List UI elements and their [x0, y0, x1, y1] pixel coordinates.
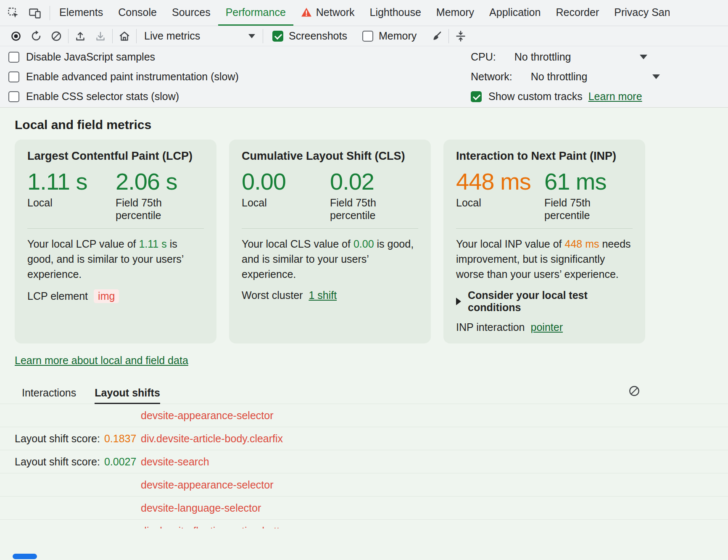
advanced-paint-row[interactable]: Enable advanced paint instrumentation (s…: [8, 67, 239, 87]
custom-tracks-row[interactable]: Show custom tracks Learn more: [471, 87, 728, 106]
css-selector-stats-checkbox[interactable]: [8, 91, 19, 102]
lcp-local-label: Local: [27, 197, 83, 209]
metrics-heading: Local and field metrics: [15, 118, 728, 132]
cls-worst-cluster-link[interactable]: 1 shift: [309, 289, 337, 301]
advanced-paint-checkbox[interactable]: [8, 71, 19, 82]
toolbar-separator: [112, 29, 113, 43]
shift-node-link[interactable]: devsite-appearance-selector: [141, 479, 273, 491]
tab-memory[interactable]: Memory: [429, 0, 482, 26]
custom-tracks-learn-more-link[interactable]: Learn more: [588, 90, 642, 103]
panel-mode-value: Live metrics: [144, 30, 200, 42]
performance-toolbar: Live metrics Screenshots Memory: [0, 26, 728, 46]
toolbar-separator: [263, 29, 263, 43]
tab-interactions[interactable]: Interactions: [22, 383, 76, 404]
home-live-metrics-icon[interactable]: [114, 27, 135, 45]
cls-card: Cumulative Layout Shift (CLS) 0.00 Local…: [229, 140, 431, 343]
shift-node-link[interactable]: div.devsite-floating-action-buttons: [141, 525, 297, 529]
disable-js-samples-label: Disable JavaScript samples: [26, 51, 155, 63]
tab-recorder[interactable]: Recorder: [548, 0, 607, 26]
tab-interactions-label: Interactions: [22, 387, 76, 399]
tab-elements[interactable]: Elements: [52, 0, 111, 26]
device-toolbar-icon[interactable]: [29, 7, 41, 19]
shift-score-label: Layout shift score:: [15, 433, 100, 445]
toolbar-separator: [68, 29, 69, 43]
card-divider: [456, 228, 633, 229]
tab-sources-label: Sources: [172, 6, 211, 18]
clear-button[interactable]: [46, 27, 66, 45]
layout-shift-row: devsite-appearance-selector: [0, 404, 728, 427]
inp-test-conditions-disclosure[interactable]: Consider your local test conditions: [456, 289, 633, 314]
settings-checkboxes: Disable JavaScript samples Enable advanc…: [8, 47, 239, 106]
custom-tracks-checkbox[interactable]: [471, 91, 482, 102]
shift-node-link[interactable]: devsite-language-selector: [141, 502, 261, 514]
shift-node-link[interactable]: devsite-appearance-selector: [141, 409, 273, 422]
css-selector-stats-row[interactable]: Enable CSS selector stats (slow): [8, 87, 239, 106]
lcp-element-node-link[interactable]: img: [94, 289, 119, 303]
layout-shift-row: devsite-language-selector: [0, 497, 728, 520]
lcp-field-value: 2.06 s: [116, 169, 204, 193]
horizontal-scrollbar-thumb[interactable]: [13, 554, 37, 559]
tab-privacy-sandbox-label: Privacy Sandbox: [614, 6, 670, 18]
screenshots-checkbox[interactable]: [272, 31, 283, 42]
inp-card: Interaction to Next Paint (INP) 448 ms L…: [443, 140, 645, 343]
network-throttling-value[interactable]: No throttling: [531, 71, 588, 83]
tab-performance[interactable]: Performance: [218, 0, 293, 26]
lcp-field-label: Field 75th percentile: [116, 197, 171, 222]
throttling-settings: CPU: No throttling Network: No throttlin…: [471, 47, 728, 106]
tab-layout-shifts-label: Layout shifts: [95, 387, 160, 399]
lcp-desc-prefix: Your local LCP value of: [27, 238, 139, 250]
shift-node-link[interactable]: div.devsite-article-body.clearfix: [141, 433, 283, 445]
settings-pane: Disable JavaScript samples Enable advanc…: [0, 46, 728, 108]
tab-lighthouse[interactable]: Lighthouse: [362, 0, 428, 26]
inp-interaction-label: INP interaction: [456, 321, 525, 333]
cls-desc-prefix: Your local CLS value of: [242, 238, 353, 250]
clear-log-icon[interactable]: [628, 385, 641, 397]
inspect-icon[interactable]: [8, 7, 19, 19]
reload-record-button[interactable]: [26, 27, 46, 45]
save-profile-icon[interactable]: [90, 27, 111, 45]
shift-node-link[interactable]: devsite-search: [141, 456, 209, 468]
chevron-down-icon: [640, 55, 647, 59]
cls-description: Your local CLS value of 0.00 is good, an…: [242, 236, 418, 282]
tab-network[interactable]: Network: [293, 0, 362, 26]
tabbar-separator: [50, 6, 50, 20]
cpu-throttling-row[interactable]: CPU: No throttling: [471, 47, 728, 67]
disclosure-triangle-icon: [456, 298, 461, 305]
lcp-element-row: LCP element img: [27, 289, 204, 303]
load-profile-icon[interactable]: [70, 27, 90, 45]
card-divider: [27, 228, 204, 229]
tabbar-icons: [8, 0, 48, 26]
memory-checkbox-row[interactable]: Memory: [362, 30, 417, 42]
warning-icon: [301, 7, 312, 17]
custom-tracks-label: Show custom tracks: [488, 90, 583, 103]
inp-card-title: Interaction to Next Paint (INP): [456, 150, 633, 163]
disable-js-samples-checkbox[interactable]: [8, 52, 19, 63]
field-data-learn-more-link[interactable]: Learn more about local and field data: [15, 354, 188, 367]
toolbar-separator: [448, 29, 449, 43]
logs-section: Interactions Layout shifts devsite-appea…: [0, 383, 728, 528]
network-label: Network:: [471, 71, 512, 83]
network-throttling-row[interactable]: Network: No throttling: [471, 67, 728, 87]
layout-shift-row: div.devsite-floating-action-buttons: [0, 520, 728, 528]
cls-local-label: Local: [242, 197, 297, 209]
lcp-description: Your local LCP value of 1.11 s is good, …: [27, 236, 204, 282]
tab-layout-shifts[interactable]: Layout shifts: [95, 383, 160, 404]
layout-shift-rows: devsite-appearance-selector Layout shift…: [0, 404, 728, 528]
inp-field-value: 61 ms: [544, 169, 633, 193]
cpu-throttling-value[interactable]: No throttling: [514, 51, 571, 63]
tab-privacy-sandbox[interactable]: Privacy Sandbox: [607, 0, 670, 26]
collapse-tracks-icon[interactable]: [451, 27, 471, 45]
tab-application[interactable]: Application: [482, 0, 548, 26]
garbage-collect-icon[interactable]: [427, 27, 447, 45]
inp-values: 448 ms Local 61 ms Field 75th percentile: [456, 169, 633, 222]
inp-desc-value: 448 ms: [565, 238, 599, 250]
record-button[interactable]: [6, 27, 26, 45]
screenshots-checkbox-row[interactable]: Screenshots: [272, 30, 347, 42]
tab-console[interactable]: Console: [111, 0, 164, 26]
shift-score-value: 0.1837: [104, 433, 136, 445]
panel-mode-select[interactable]: Live metrics: [138, 30, 261, 42]
inp-interaction-link[interactable]: pointer: [531, 321, 563, 333]
memory-checkbox[interactable]: [362, 31, 373, 42]
disable-js-samples-row[interactable]: Disable JavaScript samples: [8, 47, 239, 67]
tab-sources[interactable]: Sources: [164, 0, 218, 26]
